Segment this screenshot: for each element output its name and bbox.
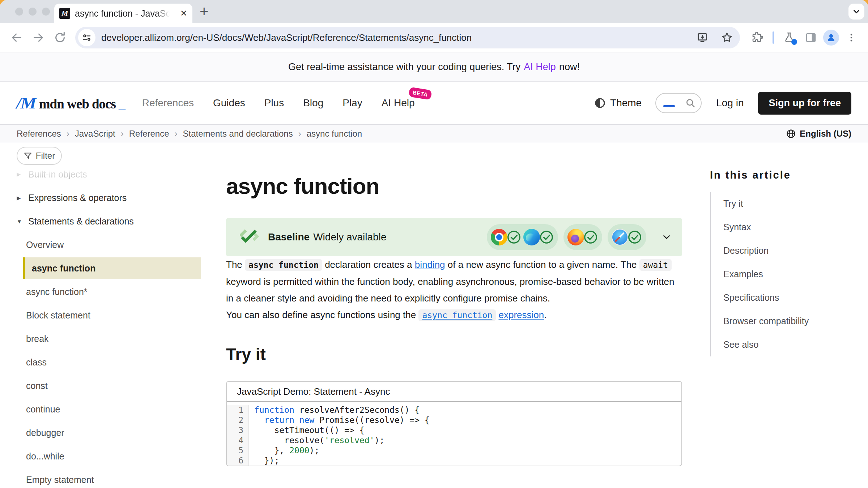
chevron-down-icon xyxy=(852,7,861,16)
sidebar-item[interactable]: ▼Statements & declarations xyxy=(17,210,201,233)
nav-item[interactable]: AI HelpBETA xyxy=(382,97,415,109)
edge-icon xyxy=(523,229,540,245)
menu-dots-icon xyxy=(846,33,856,43)
breadcrumb-link[interactable]: Reference xyxy=(129,129,169,139)
sidebar-item[interactable]: continue xyxy=(17,398,201,421)
code-line: 3 setTimeout(() => { xyxy=(227,425,681,435)
sidebar-item[interactable]: Block statement xyxy=(17,304,201,327)
breadcrumb-link[interactable]: async function xyxy=(307,129,362,139)
toc-item[interactable]: Examples xyxy=(723,262,858,286)
browser-support-pills xyxy=(487,224,672,250)
signup-button[interactable]: Sign up for free xyxy=(758,92,851,115)
reload-button[interactable] xyxy=(51,28,69,47)
window-maximize-button[interactable] xyxy=(42,8,50,16)
inline-code-link[interactable]: async function xyxy=(418,309,496,321)
chromium-support-pill xyxy=(487,224,558,250)
theme-toggle[interactable]: Theme xyxy=(594,97,642,109)
nav-item[interactable]: Play xyxy=(342,97,362,109)
mdn-logo[interactable]: /M mdn web docs _ xyxy=(17,94,125,112)
labs-button[interactable] xyxy=(780,28,799,47)
sidebar-item[interactable]: ▶Expressions & operators xyxy=(17,186,201,210)
sidebar-item[interactable]: class xyxy=(17,351,201,374)
code-plain: ); xyxy=(309,446,319,455)
sidebar-item[interactable]: Overview xyxy=(17,233,201,257)
login-link[interactable]: Log in xyxy=(716,97,744,109)
toc-item[interactable]: Try it xyxy=(723,192,858,215)
browser-toolbar: developer.allizom.org/en-US/docs/Web/Jav… xyxy=(0,23,868,52)
promo-text-before: Get real-time assistance with your codin… xyxy=(288,61,520,73)
extensions-button[interactable] xyxy=(748,28,767,47)
sidebar-item[interactable]: async function xyxy=(23,257,201,279)
profile-avatar[interactable] xyxy=(823,30,839,46)
toc-item[interactable]: Description xyxy=(723,239,858,262)
paragraph: The async function declaration creates a… xyxy=(226,256,682,307)
nav-item[interactable]: References xyxy=(142,97,194,109)
window-minimize-button[interactable] xyxy=(29,8,37,16)
toc-item[interactable]: Syntax xyxy=(723,215,858,239)
browser-window: M async function - JavaScript | ✕ + xyxy=(0,0,868,488)
breadcrumb-link[interactable]: References xyxy=(17,129,61,139)
sidebar-item[interactable]: break xyxy=(17,327,201,351)
sidebar-item[interactable]: ▶Built-in objects xyxy=(17,163,201,186)
toc-item[interactable]: Specifications xyxy=(723,286,858,309)
code-editor[interactable]: 1function resolveAfter2Seconds() {2 retu… xyxy=(227,402,681,466)
desktop: M async function - JavaScript | ✕ + xyxy=(0,0,868,488)
side-panel-button[interactable] xyxy=(801,28,820,47)
browser-menu-button[interactable] xyxy=(842,28,861,47)
nav-item-label: References xyxy=(142,97,194,108)
safari-icon xyxy=(612,229,628,245)
inline-link[interactable]: expression xyxy=(499,309,544,320)
promo-text-after: now! xyxy=(559,61,580,73)
breadcrumb-item: References› xyxy=(17,129,75,139)
url-bar[interactable]: developer.allizom.org/en-US/docs/Web/Jav… xyxy=(75,27,740,48)
toc: In this article Try itSyntaxDescriptionE… xyxy=(710,143,858,356)
inline-code: await xyxy=(639,259,672,271)
nav-item[interactable]: Plus xyxy=(264,97,284,109)
sidebar-item[interactable]: debugger xyxy=(17,421,201,445)
interactive-demo: JavaScript Demo: Statement - Async 1func… xyxy=(226,381,682,466)
nav-item[interactable]: Blog xyxy=(303,97,323,109)
install-app-button[interactable] xyxy=(693,28,712,47)
text-run: declaration creates a xyxy=(322,259,415,270)
new-tab-button[interactable]: + xyxy=(200,3,209,20)
bookmark-button[interactable] xyxy=(718,28,736,47)
chrome-icon xyxy=(491,229,507,245)
tab-search-button[interactable] xyxy=(848,4,864,20)
sidebar-item[interactable]: const xyxy=(17,374,201,398)
browser-tab[interactable]: M async function - JavaScript | ✕ xyxy=(54,4,192,23)
baseline-expand-chevron-icon[interactable] xyxy=(661,232,672,243)
firefox-icon xyxy=(567,229,584,245)
tab-close-icon[interactable]: ✕ xyxy=(180,8,187,18)
code-string: 'resolved' xyxy=(324,436,374,445)
site-info-button[interactable] xyxy=(78,29,95,46)
sidebar-item[interactable]: do...while xyxy=(17,445,201,468)
back-button[interactable] xyxy=(7,28,26,47)
ai-help-link[interactable]: AI Help xyxy=(524,61,556,73)
inline-link[interactable]: binding xyxy=(415,259,445,270)
language-selector[interactable]: English (US) xyxy=(786,129,851,139)
search-input[interactable] xyxy=(655,93,702,113)
code-line: 2 return new Promise((resolve) => { xyxy=(227,415,681,425)
url-text[interactable]: developer.allizom.org/en-US/docs/Web/Jav… xyxy=(101,32,687,43)
nav-item[interactable]: Guides xyxy=(213,97,245,109)
reload-icon xyxy=(54,31,66,44)
sidebar-item[interactable]: Empty statement xyxy=(17,468,201,488)
sidebar-item[interactable]: async function* xyxy=(17,280,201,304)
line-number: 6 xyxy=(227,455,249,466)
toolbar-divider xyxy=(773,31,774,44)
breadcrumb-link[interactable]: Statements and declarations xyxy=(183,129,293,139)
window-close-button[interactable] xyxy=(15,8,23,16)
sidebar-list: ▶Built-in objects▶Expressions & operator… xyxy=(17,163,201,488)
code-plain: setTimeout(() => { xyxy=(254,425,365,435)
intro-paragraphs: The async function declaration creates a… xyxy=(226,256,682,324)
code-text: }, 2000); xyxy=(249,445,319,455)
forward-button[interactable] xyxy=(29,28,48,47)
breadcrumb-link[interactable]: JavaScript xyxy=(75,129,115,139)
toc-item[interactable]: Browser compatibility xyxy=(723,309,858,333)
header-actions: Theme Log in Sign up for free xyxy=(594,92,851,115)
code-keyword: new xyxy=(299,415,315,425)
toc-item[interactable]: See also xyxy=(723,333,858,356)
sidebar-filter-button[interactable]: Filter xyxy=(17,147,62,165)
breadcrumb-separator: › xyxy=(175,129,178,139)
sidebar-item-label: const xyxy=(26,381,48,391)
